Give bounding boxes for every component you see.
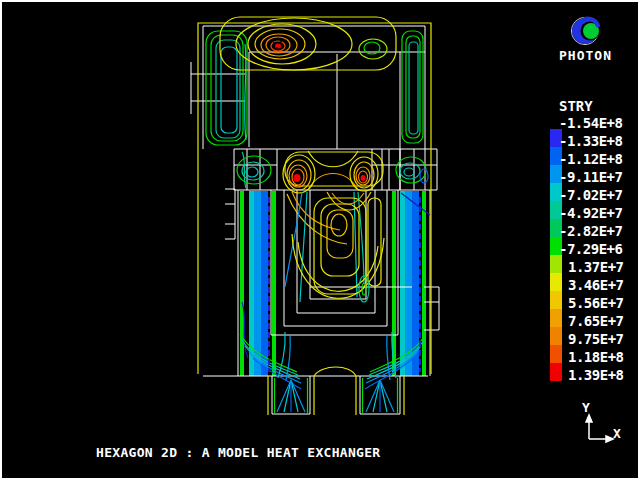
legend-value: 7.65E+7 bbox=[568, 313, 624, 329]
photon-logo-icon bbox=[569, 13, 605, 49]
legend-swatch bbox=[550, 327, 562, 345]
photon-screen: PHOTON STRY -1.54E+8 -1.33E+8 -1.12E+8 -… bbox=[0, 0, 640, 480]
legend-value: -1.12E+8 bbox=[559, 151, 622, 167]
legend-value: -1.33E+8 bbox=[559, 133, 622, 149]
legend-value: -7.29E+6 bbox=[559, 241, 622, 257]
legend-value: -7.02E+7 bbox=[559, 187, 622, 203]
legend-value: -2.82E+7 bbox=[559, 223, 622, 239]
legend-value: 3.46E+7 bbox=[568, 277, 624, 293]
legend-swatch bbox=[550, 309, 562, 327]
legend-title: STRY bbox=[559, 98, 593, 114]
legend-swatch bbox=[550, 345, 562, 363]
legend-value: -1.54E+8 bbox=[559, 115, 622, 131]
legend-value: 9.75E+7 bbox=[568, 331, 624, 347]
photon-logo-label: PHOTON bbox=[559, 48, 612, 63]
legend-value: -4.92E+7 bbox=[559, 205, 622, 221]
legend-swatch bbox=[550, 273, 562, 291]
legend-swatch bbox=[550, 363, 562, 381]
contour-plot-canvas bbox=[2, 2, 640, 480]
contour-lines bbox=[198, 17, 431, 415]
axis-x-label: X bbox=[613, 426, 621, 441]
legend-value: 1.37E+7 bbox=[568, 259, 624, 275]
plot-title: HEXAGON 2D : A MODEL HEAT EXCHANGER bbox=[96, 445, 380, 460]
legend-value: 5.56E+7 bbox=[568, 295, 624, 311]
legend-swatch bbox=[550, 291, 562, 309]
legend-value: 1.18E+8 bbox=[568, 349, 624, 365]
legend-swatch bbox=[550, 255, 562, 273]
legend-value: 1.39E+8 bbox=[568, 367, 624, 383]
legend-value: -9.11E+7 bbox=[559, 169, 622, 185]
